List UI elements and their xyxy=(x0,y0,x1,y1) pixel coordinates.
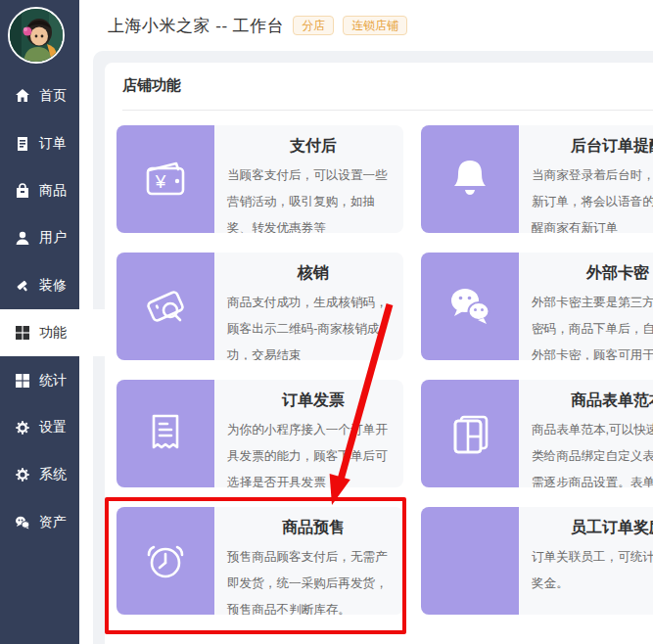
feature-card-presale[interactable]: 商品预售 预售商品顾客支付后，无需产即发货，统一采购后再发货，预售商品不判断库存… xyxy=(117,507,403,615)
card-text: 支付后 当顾客支付后，可以设置一些营销活动，吸引复购，如抽奖、转发优惠券等 xyxy=(214,125,403,233)
home-icon xyxy=(15,88,30,104)
sidebar-item-goods[interactable]: 商品 xyxy=(0,167,79,214)
feature-card-staff-reward[interactable]: 员工订单奖励 订单关联员工，可统计员工的奖金。 xyxy=(421,507,653,615)
card-description: 当商家登录着后台时，如果有新订单，将会以语音的方式提醒商家有新订单 xyxy=(532,162,653,233)
system-gear-icon xyxy=(15,467,30,483)
content-area: 店铺功能 ¥ 支付后 当顾客支付后，可以设置一些营销活动，吸引复购，如抽奖、转发… xyxy=(93,51,653,644)
sidebar-item-assets[interactable]: 资产 xyxy=(0,499,79,546)
card-description: 商品表单范本,可以快速按照分类给商品绑定自定义表单，无需逐步商品设置。表单可用于… xyxy=(532,417,653,487)
ticket-search-icon xyxy=(117,253,214,360)
sidebar-item-orders[interactable]: 订单 xyxy=(0,119,79,166)
section-divider xyxy=(122,110,653,111)
stats-grid-icon xyxy=(15,373,30,389)
sidebar-item-label: 订单 xyxy=(39,135,67,153)
sidebar-menu: 首页 订单 商品 用户 装修 xyxy=(0,72,79,546)
sidebar-item-decorate[interactable]: 装修 xyxy=(0,262,79,309)
user-icon xyxy=(15,230,30,246)
feature-card-external-card-key[interactable]: 外部卡密 外部卡密主要是第三方合作卡密码，商品下单后，自动发放外部卡密，顾客可用… xyxy=(421,253,653,360)
avatar[interactable] xyxy=(8,7,65,64)
card-description: 预售商品顾客支付后，无需产即发货，统一采购后再发货，预售商品不判断库存。 xyxy=(227,544,399,615)
sidebar-item-label: 设置 xyxy=(39,419,67,437)
features-grid-icon xyxy=(15,325,30,341)
card-text: 商品表单范本 商品表单范本,可以快速按照分类给商品绑定自定义表单，无需逐步商品设… xyxy=(519,380,653,487)
card-text: 商品预售 预售商品顾客支付后，无需产即发货，统一采购后再发货，预售商品不判断库存… xyxy=(214,507,403,615)
card-text: 核销 商品支付成功，生成核销码，顾客出示二维码-商家核销成功，交易结束 xyxy=(214,253,403,360)
svg-text:¥: ¥ xyxy=(155,171,166,192)
feature-card-after-payment[interactable]: ¥ 支付后 当顾客支付后，可以设置一些营销活动，吸引复购，如抽奖、转发优惠券等 xyxy=(117,125,403,233)
sidebar-item-features[interactable]: 功能 xyxy=(0,309,110,356)
settings-gear-icon xyxy=(15,420,30,436)
card-title: 商品预售 xyxy=(227,515,399,540)
feature-card-verification[interactable]: 核销 商品支付成功，生成核销码，顾客出示二维码-商家核销成功，交易结束 xyxy=(117,253,403,360)
section-title: 店铺功能 xyxy=(122,76,181,95)
card-title: 订单发票 xyxy=(227,388,399,413)
branch-badge: 分店 xyxy=(293,16,334,35)
sidebar-item-label: 系统 xyxy=(39,466,67,483)
sidebar-item-settings[interactable]: 设置 xyxy=(0,404,79,451)
sidebar-item-label: 首页 xyxy=(39,87,67,105)
sidebar-item-system[interactable]: 系统 xyxy=(0,451,79,498)
form-template-icon xyxy=(421,380,519,487)
sidebar-item-label: 资产 xyxy=(39,514,67,531)
chain-store-badge: 连锁店铺 xyxy=(343,16,407,35)
card-description: 为你的小程序接入一个订单开具发票的能力，顾客下单后可选择是否开具发票 xyxy=(227,417,399,487)
page-title: 上海小米之家 -- 工作台 xyxy=(108,15,284,37)
card-description: 订单关联员工，可统计员工的奖金。 xyxy=(532,544,653,597)
sidebar-item-label: 商品 xyxy=(39,182,67,200)
order-icon xyxy=(15,136,30,152)
sidebar-item-label: 用户 xyxy=(39,229,67,247)
goods-icon xyxy=(15,183,30,199)
wallet-yen-icon: ¥ xyxy=(117,125,214,233)
sidebar-item-label: 功能 xyxy=(39,324,67,342)
card-title: 外部卡密 xyxy=(532,260,653,286)
decorate-icon xyxy=(15,278,30,294)
feature-card-form-template[interactable]: 商品表单范本 商品表单范本,可以快速按照分类给商品绑定自定义表单，无需逐步商品设… xyxy=(421,380,653,487)
shop-features-panel: 店铺功能 ¥ 支付后 当顾客支付后，可以设置一些营销活动，吸引复购，如抽奖、转发… xyxy=(105,63,653,644)
card-description: 当顾客支付后，可以设置一些营销活动，吸引复购，如抽奖、转发优惠券等 xyxy=(227,162,399,233)
card-description: 外部卡密主要是第三方合作卡密码，商品下单后，自动发放外部卡密，顾客可用于核销等操… xyxy=(532,290,653,360)
wechat-icon xyxy=(421,253,519,360)
sidebar-item-users[interactable]: 用户 xyxy=(0,214,79,261)
page-header: 上海小米之家 -- 工作台 分店 连锁店铺 xyxy=(79,0,653,51)
card-title: 商品表单范本 xyxy=(532,388,653,413)
card-description: 商品支付成功，生成核销码，顾客出示二维码-商家核销成功，交易结束 xyxy=(227,290,399,360)
card-text: 外部卡密 外部卡密主要是第三方合作卡密码，商品下单后，自动发放外部卡密，顾客可用… xyxy=(519,253,653,360)
card-title: 后台订单提醒 xyxy=(532,133,653,159)
sidebar-item-stats[interactable]: 统计 xyxy=(0,356,79,403)
alarm-clock-icon xyxy=(117,507,214,615)
avatar-image xyxy=(10,9,63,62)
sidebar-item-home[interactable]: 首页 xyxy=(0,72,79,119)
bell-icon xyxy=(421,125,519,233)
sidebar: 首页 订单 商品 用户 装修 xyxy=(0,0,79,644)
empty-icon xyxy=(421,507,519,615)
card-title: 员工订单奖励 xyxy=(532,515,653,540)
assets-chat-icon xyxy=(15,515,30,530)
card-title: 支付后 xyxy=(227,133,399,159)
sidebar-item-label: 装修 xyxy=(39,277,67,295)
feature-card-order-reminder[interactable]: 后台订单提醒 当商家登录着后台时，如果有新订单，将会以语音的方式提醒商家有新订单 xyxy=(421,125,653,233)
feature-card-order-invoice[interactable]: 订单发票 为你的小程序接入一个订单开具发票的能力，顾客下单后可选择是否开具发票 xyxy=(117,380,403,487)
card-text: 后台订单提醒 当商家登录着后台时，如果有新订单，将会以语音的方式提醒商家有新订单 xyxy=(519,125,653,233)
sidebar-item-label: 统计 xyxy=(39,372,67,390)
card-text: 员工订单奖励 订单关联员工，可统计员工的奖金。 xyxy=(519,507,653,615)
card-text: 订单发票 为你的小程序接入一个订单开具发票的能力，顾客下单后可选择是否开具发票 xyxy=(214,380,403,487)
card-title: 核销 xyxy=(227,260,399,286)
receipt-icon xyxy=(117,380,214,487)
